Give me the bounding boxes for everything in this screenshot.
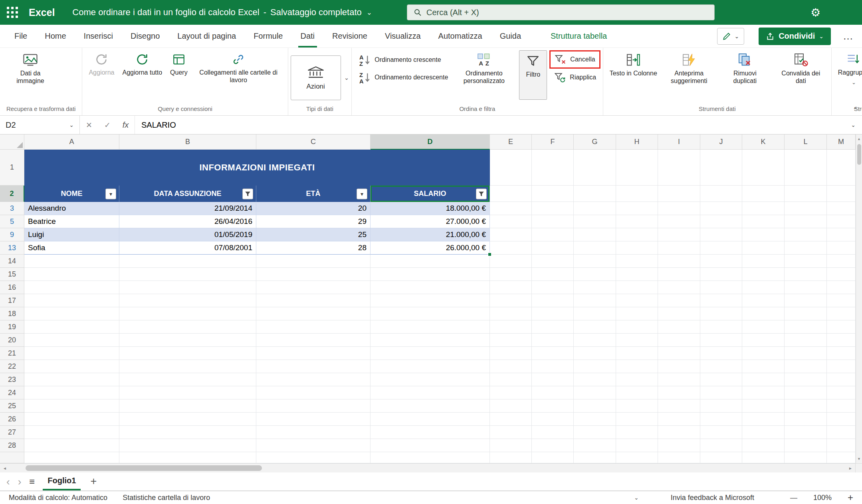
refresh-button[interactable]: Aggiorna bbox=[85, 50, 118, 79]
workbook-links-button[interactable]: Collegamenti alle cartelle di lavoro bbox=[192, 50, 285, 86]
column-header-E[interactable]: E bbox=[490, 134, 532, 150]
horizontal-scroll-track[interactable] bbox=[10, 464, 846, 472]
cell-D26[interactable] bbox=[371, 413, 490, 426]
cell-M17[interactable] bbox=[827, 294, 856, 307]
cell-K18[interactable] bbox=[742, 307, 785, 320]
cell-J2[interactable] bbox=[700, 186, 742, 202]
cell-C9[interactable]: 25 bbox=[256, 228, 371, 241]
cell-K15[interactable] bbox=[742, 268, 785, 281]
cell-G13[interactable] bbox=[574, 241, 616, 255]
cell-E27[interactable] bbox=[490, 426, 532, 439]
cell-B3[interactable]: 21/09/2014 bbox=[119, 202, 256, 215]
cell-B26[interactable] bbox=[119, 413, 256, 426]
cell-L9[interactable] bbox=[785, 228, 827, 241]
column-header-A[interactable]: A bbox=[24, 134, 119, 150]
cell-K17[interactable] bbox=[742, 294, 785, 307]
cell-G19[interactable] bbox=[574, 320, 616, 334]
cell-L3[interactable] bbox=[785, 202, 827, 215]
row-header-19[interactable]: 19 bbox=[0, 320, 24, 334]
cell-A24[interactable] bbox=[24, 386, 119, 399]
cell-L2[interactable] bbox=[785, 186, 827, 202]
cell-H1[interactable] bbox=[616, 150, 658, 186]
cell-M26[interactable] bbox=[827, 413, 856, 426]
cell-D13[interactable]: 26.000,00 € bbox=[371, 241, 490, 255]
horizontal-scrollbar[interactable]: ◄ ► bbox=[0, 463, 862, 472]
tab-visualizza[interactable]: Visualizza bbox=[376, 25, 430, 47]
cell-B21[interactable] bbox=[119, 347, 256, 360]
cell-E18[interactable] bbox=[490, 307, 532, 320]
table-header-nome[interactable]: NOME▾ bbox=[24, 186, 119, 202]
cell-G17[interactable] bbox=[574, 294, 616, 307]
cell-L26[interactable] bbox=[785, 413, 827, 426]
cell-E21[interactable] bbox=[490, 347, 532, 360]
cell-K23[interactable] bbox=[742, 373, 785, 386]
cell-M3[interactable] bbox=[827, 202, 856, 215]
row-header-15[interactable]: 15 bbox=[0, 268, 24, 281]
cell-M20[interactable] bbox=[827, 334, 856, 347]
column-header-J[interactable]: J bbox=[700, 134, 742, 150]
cell-M28[interactable] bbox=[827, 439, 856, 452]
cell-B9[interactable]: 01/05/2019 bbox=[119, 228, 256, 241]
cell-L19[interactable] bbox=[785, 320, 827, 334]
cell-G3[interactable] bbox=[574, 202, 616, 215]
sort-ascending-button[interactable]: AZ Ordinamento crescente bbox=[354, 51, 452, 69]
cell-A22[interactable] bbox=[24, 360, 119, 373]
cell-H18[interactable] bbox=[616, 307, 658, 320]
cell-J24[interactable] bbox=[700, 386, 742, 399]
cell-E28[interactable] bbox=[490, 439, 532, 452]
cell-J1[interactable] bbox=[700, 150, 742, 186]
cell-E3[interactable] bbox=[490, 202, 532, 215]
cancel-entry-icon[interactable]: ✕ bbox=[80, 116, 98, 134]
cell-I5[interactable] bbox=[658, 215, 700, 228]
cell-I16[interactable] bbox=[658, 281, 700, 294]
cell-E17[interactable] bbox=[490, 294, 532, 307]
row-header-14[interactable]: 14 bbox=[0, 255, 24, 268]
cell-E5[interactable] bbox=[490, 215, 532, 228]
cell-C25[interactable] bbox=[256, 399, 371, 413]
cell-G14[interactable] bbox=[574, 255, 616, 268]
select-all-corner[interactable] bbox=[0, 134, 24, 150]
cell-I17[interactable] bbox=[658, 294, 700, 307]
settings-gear-icon[interactable]: ⚙ bbox=[810, 0, 820, 25]
cell-J14[interactable] bbox=[700, 255, 742, 268]
sheet-list-menu-icon[interactable]: ≡ bbox=[29, 477, 35, 486]
cell-K21[interactable] bbox=[742, 347, 785, 360]
cell-I1[interactable] bbox=[658, 150, 700, 186]
cell-I13[interactable] bbox=[658, 241, 700, 255]
row-header-20[interactable]: 20 bbox=[0, 334, 24, 347]
cell-L1[interactable] bbox=[785, 150, 827, 186]
cell-M16[interactable] bbox=[827, 281, 856, 294]
cell-I21[interactable] bbox=[658, 347, 700, 360]
filter-button[interactable]: Filtro bbox=[519, 50, 547, 100]
cell-F13[interactable] bbox=[532, 241, 574, 255]
cell-J21[interactable] bbox=[700, 347, 742, 360]
cell-J-partial[interactable] bbox=[700, 452, 742, 463]
data-from-picture-button[interactable]: Dati da immagine bbox=[2, 50, 58, 87]
filter-applied-button-B[interactable] bbox=[242, 188, 253, 199]
cell-K20[interactable] bbox=[742, 334, 785, 347]
cell-M13[interactable] bbox=[827, 241, 856, 255]
cell-E16[interactable] bbox=[490, 281, 532, 294]
cell-C21[interactable] bbox=[256, 347, 371, 360]
document-title[interactable]: Come ordinare i dati in un foglio di cal… bbox=[72, 7, 372, 18]
cell-F21[interactable] bbox=[532, 347, 574, 360]
cell-L18[interactable] bbox=[785, 307, 827, 320]
cell-H15[interactable] bbox=[616, 268, 658, 281]
cell-H21[interactable] bbox=[616, 347, 658, 360]
cell-F2[interactable] bbox=[532, 186, 574, 202]
cell-C22[interactable] bbox=[256, 360, 371, 373]
cell-B19[interactable] bbox=[119, 320, 256, 334]
cell-H25[interactable] bbox=[616, 399, 658, 413]
cell-B16[interactable] bbox=[119, 281, 256, 294]
cell-J5[interactable] bbox=[700, 215, 742, 228]
cell-H23[interactable] bbox=[616, 373, 658, 386]
cell-C17[interactable] bbox=[256, 294, 371, 307]
cell-F19[interactable] bbox=[532, 320, 574, 334]
tab-formule[interactable]: Formule bbox=[245, 25, 291, 47]
tab-struttura-tabella[interactable]: Struttura tabella bbox=[542, 25, 616, 47]
cell-C15[interactable] bbox=[256, 268, 371, 281]
cell-H24[interactable] bbox=[616, 386, 658, 399]
scroll-down-icon[interactable]: ▼ bbox=[856, 455, 862, 463]
reapply-filter-button[interactable]: Riapplica bbox=[550, 69, 600, 85]
cell-I26[interactable] bbox=[658, 413, 700, 426]
